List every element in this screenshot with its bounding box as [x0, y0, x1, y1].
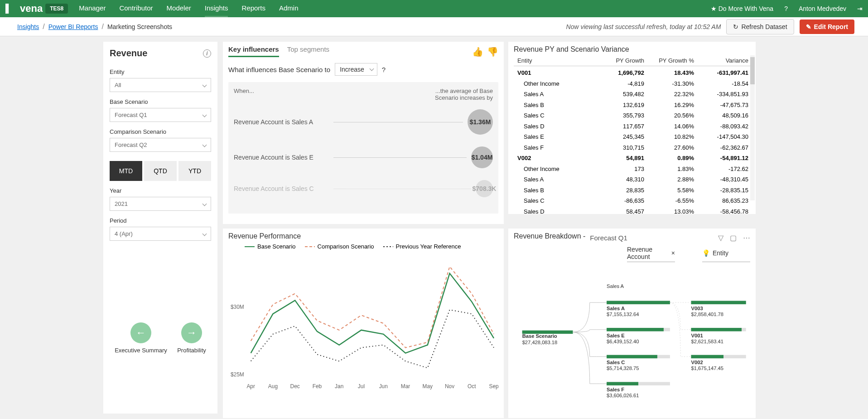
col-header[interactable]: Variance	[694, 57, 748, 64]
help-icon[interactable]: ?	[784, 5, 788, 12]
col-header[interactable]: Entity	[517, 57, 590, 64]
breakdown-chart[interactable]: Base Scenario$27,428,083.18Sales A$7,155…	[514, 262, 750, 407]
close-icon[interactable]: ×	[671, 249, 675, 257]
table-row[interactable]: Sales E 245,34510.82%-147,504.30-5.87%	[514, 132, 750, 142]
table-row[interactable]: Sales C 355,79320.56%48,509.162.33%	[514, 110, 750, 121]
svg-text:Jun: Jun	[379, 383, 388, 390]
tab-ytd[interactable]: YTD	[178, 161, 211, 181]
svg-text:$2,621,583.41: $2,621,583.41	[691, 339, 723, 344]
breadcrumb-bar: Insights/Power BI Reports/ Marketing Scr…	[0, 17, 868, 36]
svg-text:$6,439,152.40: $6,439,152.40	[607, 339, 639, 344]
page-nav: ←Executive Summary →Profitability	[110, 322, 211, 354]
svg-rect-18	[607, 301, 670, 304]
info-icon[interactable]: i	[203, 49, 211, 58]
breadcrumb-link[interactable]: Power BI Reports	[48, 23, 98, 30]
svg-rect-22	[607, 328, 664, 331]
brand-text: vena	[20, 3, 43, 15]
table-scrollbar[interactable]	[750, 55, 755, 200]
table-row[interactable]: Sales A 48,3102.88%-48,310.45-2.80%	[514, 174, 750, 185]
svg-text:Oct: Oct	[468, 383, 476, 390]
nav-right: ★ Do More With Vena ? Anton Medvedev ⇥	[711, 5, 863, 12]
svg-text:Aug: Aug	[268, 383, 278, 390]
table-row[interactable]: Sales A 539,48222.32%-334,851.93-11.33%	[514, 89, 750, 100]
ki-direction-select[interactable]: Increase	[335, 63, 377, 76]
year-label: Year	[110, 187, 211, 194]
perf-chart[interactable]: $30M$25MAprAugDecFebJanJulJunMarMayNovOc…	[228, 253, 498, 398]
nav-prev[interactable]: ←Executive Summary	[115, 322, 167, 354]
breakdown-sub: Forecast Q1	[590, 234, 627, 242]
user-name[interactable]: Anton Medvedev	[799, 5, 846, 12]
tab-qtd[interactable]: QTD	[144, 161, 177, 181]
col-entity[interactable]: 💡Entity	[702, 246, 750, 262]
chevron-down-icon	[203, 232, 207, 236]
svg-text:Base Scenario: Base Scenario	[522, 333, 557, 339]
breakdown-title: Revenue Breakdown -	[514, 232, 585, 240]
brand-logo-icon	[5, 4, 16, 14]
thumbs-up-icon[interactable]: 👍	[472, 46, 483, 57]
ki-help-icon[interactable]: ?	[382, 66, 386, 73]
nav-contributor[interactable]: Contributor	[119, 0, 153, 17]
table-row[interactable]: V001 1,696,79218.43%-631,997.41-5.80%	[514, 68, 750, 78]
filter-select-base-scenario[interactable]: Forecast Q1	[110, 108, 211, 122]
brand: vena	[5, 3, 43, 15]
ki-tab[interactable]: Top segments	[287, 45, 329, 57]
table-row[interactable]: Sales C -86,635-6.55%86,635.237.01%	[514, 195, 750, 206]
edit-report-button[interactable]: ✎ Edit Report	[800, 19, 854, 34]
svg-text:Sep: Sep	[489, 383, 498, 390]
nav-reports[interactable]: Reports	[241, 0, 265, 17]
table-row[interactable]: Other Income 1731.83%-172.62-1.80%	[514, 164, 750, 175]
svg-text:Sales A: Sales A	[607, 283, 624, 289]
chevron-down-icon	[203, 83, 207, 88]
ki-row[interactable]: Revenue Account is Sales C $708.3K	[234, 180, 493, 197]
thumbs-down-icon[interactable]: 👎	[487, 46, 498, 57]
nav-manager[interactable]: Manager	[79, 0, 106, 17]
svg-text:$30M: $30M	[231, 304, 244, 310]
table-row[interactable]: Sales D 58,45713.03%-58,456.78-11.53%	[514, 206, 750, 214]
tab-mtd[interactable]: MTD	[110, 161, 142, 181]
logout-icon[interactable]: ⇥	[857, 5, 863, 12]
filter-select-comparison-scenario[interactable]: Forecast Q2	[110, 138, 211, 152]
nav-insights[interactable]: Insights	[205, 0, 228, 17]
environment-badge: TES8	[45, 4, 68, 14]
breakdown-card: Revenue Breakdown - Forecast Q1 ▽ ▢ ⋯ Re…	[508, 229, 756, 418]
table-row[interactable]: Sales F 310,71527.60%-62,362.67-4.34%	[514, 142, 750, 153]
ki-row[interactable]: Revenue Account is Sales A $1.36M	[234, 109, 493, 135]
year-select[interactable]: 2021	[110, 197, 211, 211]
do-more-link[interactable]: ★ Do More With Vena	[711, 5, 773, 12]
col-header[interactable]: PY Growth %	[644, 57, 694, 64]
col-revenue-account[interactable]: Revenue Account ×	[627, 246, 675, 262]
svg-text:$27,428,083.18: $27,428,083.18	[522, 340, 558, 345]
focus-icon[interactable]: ▢	[730, 234, 737, 242]
svg-rect-34	[691, 301, 746, 304]
chevron-down-icon	[203, 113, 207, 117]
filter-select-entity[interactable]: All	[110, 78, 211, 92]
table-row[interactable]: Sales B 132,61916.29%-47,675.73-5.04%	[514, 100, 750, 111]
ki-tab[interactable]: Key influencers	[228, 45, 279, 57]
table-row[interactable]: Other Income -4,819-31.30%-18.54-0.18%	[514, 78, 750, 89]
ki-row[interactable]: Revenue Account is Sales E $1.04M	[234, 146, 493, 168]
more-icon[interactable]: ⋯	[743, 234, 750, 242]
chevron-down-icon	[203, 202, 207, 206]
svg-text:V003: V003	[691, 306, 703, 311]
page-title: Revenue i	[110, 48, 211, 58]
svg-text:Sales E: Sales E	[607, 333, 625, 338]
filter-icon[interactable]: ▽	[718, 234, 723, 242]
nav-modeler[interactable]: Modeler	[167, 0, 191, 17]
table-row[interactable]: V002 54,8910.89%-54,891.12-0.88%	[514, 153, 750, 164]
filter-label: Entity	[110, 68, 211, 75]
svg-rect-26	[607, 355, 657, 358]
date-range-toggle: MTDQTDYTD	[110, 161, 211, 181]
svg-text:Dec: Dec	[290, 383, 300, 390]
svg-rect-38	[691, 328, 742, 331]
refresh-dataset-button[interactable]: ↻ Refresh Dataset	[726, 19, 794, 34]
svg-text:$5,714,328.75: $5,714,328.75	[607, 365, 639, 371]
breadcrumb-link[interactable]: Insights	[17, 23, 39, 30]
col-header[interactable]: PY Growth	[590, 57, 644, 64]
table-row[interactable]: Sales D 117,65714.06%-88,093.42-9.23%	[514, 121, 750, 132]
table-row[interactable]: Sales B 28,8355.58%-28,835.15-5.28%	[514, 185, 750, 196]
nav-admin[interactable]: Admin	[279, 0, 299, 17]
period-select[interactable]: 4 (Apr)	[110, 227, 211, 241]
nav-next[interactable]: →Profitability	[177, 322, 206, 354]
svg-text:Sales A: Sales A	[607, 306, 625, 311]
svg-text:Nov: Nov	[445, 383, 454, 390]
